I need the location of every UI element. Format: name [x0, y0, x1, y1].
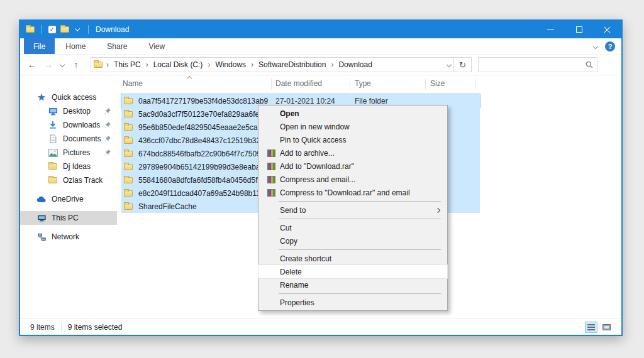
address-dropdown-icon[interactable]	[447, 62, 452, 67]
breadcrumb-separator: ›	[105, 60, 110, 69]
breadcrumb-softwaredistribution[interactable]: SoftwareDistribution	[255, 60, 330, 69]
sidebar-item-pictures[interactable]: Pictures	[20, 146, 117, 160]
breadcrumb-local-disk[interactable]: Local Disk (C:)	[150, 60, 207, 69]
refresh-button[interactable]: ↻	[454, 57, 472, 72]
sidebar-item-label: This PC	[52, 214, 79, 222]
context-menu-item-send-to[interactable]: Send to	[258, 203, 447, 217]
file-name: 0aa7f541727179be53f4de53dc813ab9	[138, 97, 268, 106]
sidebar-item-desktop[interactable]: Desktop	[20, 104, 117, 118]
context-menu-item-create-shortcut[interactable]: Create shortcut	[258, 252, 447, 265]
sidebar-item-documents[interactable]: Documents	[20, 132, 117, 146]
folder-icon	[124, 124, 133, 131]
chevron-down-icon	[75, 26, 80, 31]
back-button[interactable]: ←	[24, 60, 40, 70]
context-menu-item-rename[interactable]: Rename	[258, 278, 447, 291]
titlebar: ✓ Download	[20, 21, 621, 38]
breadcrumb-separator: ›	[145, 60, 150, 69]
minimize-button[interactable]	[536, 21, 565, 38]
minimize-icon	[547, 30, 554, 30]
column-divider[interactable]	[425, 79, 426, 90]
file-name: SharedFileCache	[138, 202, 197, 211]
close-icon	[604, 26, 611, 33]
window-title: Download	[96, 25, 129, 34]
column-header-date-modified[interactable]: Date modified	[275, 79, 322, 88]
search-icon	[586, 61, 593, 68]
help-icon[interactable]: ?	[605, 41, 615, 52]
forward-button[interactable]: →	[40, 60, 57, 70]
pin-icon	[104, 135, 111, 144]
context-menu-item-add-to-download-rar[interactable]: Add to "Download.rar"	[258, 160, 447, 173]
close-button[interactable]	[593, 21, 621, 38]
items-selected: 9 items selected	[68, 323, 123, 332]
column-header-name[interactable]: Name	[123, 79, 143, 88]
tab-home[interactable]: Home	[55, 38, 96, 54]
sidebar-item-onedrive[interactable]: OneDrive	[20, 192, 117, 206]
menu-separator	[279, 219, 441, 219]
breadcrumb-download[interactable]: Download	[335, 60, 375, 69]
column-header-type[interactable]: Type	[355, 79, 371, 88]
folder-icon	[124, 203, 133, 210]
customize-qat-button[interactable]	[71, 23, 84, 36]
column-divider[interactable]	[475, 79, 476, 90]
pc-icon	[36, 213, 47, 223]
sidebar-item-downloads[interactable]: Downloads	[20, 118, 117, 132]
sidebar-item-label: Dj Ideas	[63, 162, 91, 171]
sidebar-item-label: Network	[52, 232, 79, 241]
folder-icon	[124, 98, 133, 104]
folder-icon	[48, 161, 58, 171]
context-menu-item-properties[interactable]: Properties	[258, 296, 447, 309]
search-input[interactable]	[482, 60, 586, 69]
context-menu-item-cut[interactable]: Cut	[258, 221, 447, 234]
navigation-bar: ← → ↑ › This PC › Local Disk (C:) › Wind…	[20, 55, 621, 75]
cloud-icon	[36, 194, 47, 204]
titlebar-separator	[88, 25, 89, 34]
context-menu-item-open[interactable]: Open	[258, 107, 447, 120]
menu-separator	[279, 201, 441, 202]
folder-icon	[124, 177, 133, 183]
breadcrumb-windows[interactable]: Windows	[211, 60, 250, 69]
context-menu-item-compress-and-email[interactable]: Compress and email...	[258, 173, 447, 186]
file-name: 95e6b850edef48295045eaae2e5ca7b2	[138, 123, 270, 132]
breadcrumb-this-pc[interactable]: This PC	[110, 60, 145, 69]
context-menu-item-open-in-new-window[interactable]: Open in new window	[258, 120, 447, 133]
context-menu-item-add-to-archive[interactable]: Add to archive...	[258, 146, 447, 160]
context-menu: Open Open in new window Pin to Quick acc…	[258, 105, 448, 311]
recent-locations-button[interactable]	[57, 63, 68, 67]
file-name: 436ccf07dbc78d8e48437c12519b32f7	[138, 136, 267, 145]
file-type: File folder	[355, 97, 388, 106]
breadcrumb-separator: ›	[330, 60, 335, 69]
column-header-size[interactable]: Size	[430, 79, 445, 88]
sidebar-item-label: Ozias Track	[63, 176, 103, 185]
address-bar[interactable]: › This PC › Local Disk (C:) › Windows › …	[91, 57, 454, 72]
new-folder-qat-button[interactable]	[58, 23, 71, 36]
sidebar-item-quick-access[interactable]: Quick access	[20, 90, 117, 104]
context-menu-item-pin-to-quick-access[interactable]: Pin to Quick access	[258, 133, 447, 146]
sidebar-item-label: Quick access	[52, 93, 96, 102]
sidebar-item-label: Documents	[63, 134, 101, 143]
sidebar-item-network[interactable]: Network	[20, 230, 117, 244]
column-divider[interactable]	[271, 79, 272, 90]
search-box[interactable]	[478, 57, 597, 72]
context-menu-item-copy[interactable]: Copy	[258, 234, 447, 247]
folder-icon	[124, 111, 133, 117]
maximize-button[interactable]	[565, 21, 593, 38]
column-divider[interactable]	[350, 79, 350, 90]
sidebar-item-this-pc[interactable]: This PC	[20, 211, 117, 225]
winrar-icon	[266, 161, 276, 171]
sidebar-item-ozias-track[interactable]: Ozias Track	[20, 173, 117, 187]
thumbnails-view-button[interactable]	[600, 322, 613, 333]
sidebar-item-dj-ideas[interactable]: Dj Ideas	[20, 160, 117, 173]
context-menu-item-compress-to-download-rar-and-email[interactable]: Compress to "Download.rar" and email	[258, 186, 447, 199]
folder-icon	[124, 190, 133, 197]
tab-file[interactable]: File	[24, 38, 55, 54]
up-button[interactable]: ↑	[68, 60, 84, 70]
tab-view[interactable]: View	[138, 38, 175, 54]
context-menu-item-delete[interactable]: Delete	[258, 265, 447, 278]
star-icon	[36, 92, 47, 102]
expand-ribbon-icon[interactable]	[593, 43, 598, 48]
maximize-icon	[576, 26, 582, 33]
details-view-button[interactable]	[585, 322, 597, 333]
tab-share[interactable]: Share	[96, 38, 138, 54]
folder-icon	[124, 151, 133, 157]
properties-qat-button[interactable]: ✓	[46, 23, 58, 36]
